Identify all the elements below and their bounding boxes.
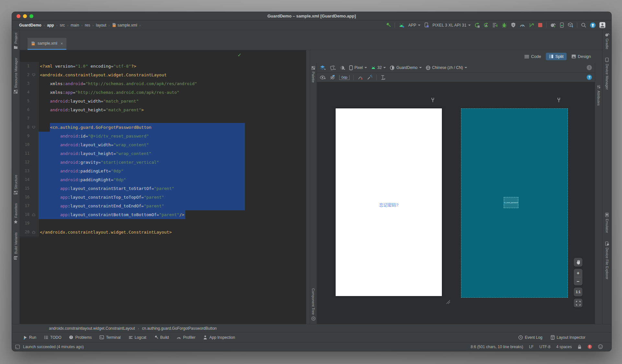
- issues-badge[interactable]: !: [587, 65, 592, 70]
- error-dot-icon[interactable]: [587, 344, 592, 349]
- wrench-icon[interactable]: [557, 97, 561, 103]
- inspection-ok-icon[interactable]: ✓: [237, 52, 242, 58]
- wrench-icon[interactable]: [431, 97, 435, 103]
- code-line-12[interactable]: 12 android:gravity="start|center_vertica…: [20, 158, 306, 167]
- close-window-button[interactable]: [17, 14, 20, 18]
- caret-position-widget[interactable]: 8:6 (501 chars, 10 line breaks): [471, 345, 523, 349]
- coverage-icon[interactable]: [492, 22, 498, 28]
- editor-gutter[interactable]: 7: [20, 114, 39, 123]
- layers-icon[interactable]: [320, 65, 326, 70]
- component-tree-tab[interactable]: Component Tree: [311, 288, 316, 321]
- editor-gutter[interactable]: 3: [20, 79, 39, 88]
- pack-icon[interactable]: [381, 75, 386, 80]
- tool-window-button-profiler[interactable]: Profiler: [177, 335, 195, 340]
- design-preview-screen[interactable]: 忘记密码?: [336, 108, 442, 296]
- smiley-icon[interactable]: [598, 344, 603, 349]
- editor-gutter[interactable]: 19: [20, 219, 39, 228]
- editor-gutter[interactable]: 13: [20, 167, 39, 175]
- default-margin-control[interactable]: 0dp: [339, 75, 350, 80]
- tool-window-button-layout-inspector[interactable]: Layout Inspector: [551, 335, 585, 340]
- dock-icon[interactable]: [15, 345, 20, 349]
- fold-marker-icon[interactable]: [29, 210, 38, 219]
- breadcrumb-item-guarddemo[interactable]: GuardDemo: [19, 23, 41, 28]
- code-line-16[interactable]: 16 app:layout_constraintTop_toTopOf="par…: [20, 193, 306, 202]
- profile-app-icon[interactable]: [529, 22, 534, 28]
- code-line-7[interactable]: 7: [20, 114, 306, 123]
- editor-gutter[interactable]: 4: [20, 88, 39, 97]
- night-mode-icon[interactable]: [340, 65, 345, 70]
- view-mode-split[interactable]: Split: [546, 53, 566, 60]
- tool-stripe-favorites[interactable]: Favorites: [14, 203, 18, 224]
- zoom-window-button[interactable]: [29, 14, 33, 18]
- fold-marker-icon[interactable]: [29, 123, 38, 132]
- lock-icon[interactable]: [578, 345, 582, 349]
- tool-window-button-todo[interactable]: TODO: [44, 335, 61, 340]
- tab-sample-xml[interactable]: <> sample.xml ×: [28, 38, 66, 50]
- blueprint-preview-screen[interactable]: tv_reset_password: [461, 108, 568, 298]
- editor-gutter[interactable]: 11: [20, 149, 39, 158]
- sdk-manager-icon[interactable]: [568, 22, 573, 28]
- code-line-3[interactable]: 3 xmlns:android="http://schemas.android.…: [20, 79, 306, 88]
- code-line-5[interactable]: 5 android:layout_width="match_parent": [20, 97, 306, 105]
- editor-gutter[interactable]: 1: [20, 62, 39, 71]
- code-line-13[interactable]: 13 android:paddingLeft="0dp": [20, 167, 306, 175]
- code-line-20[interactable]: 20</androidx.constraintlayout.widget.Con…: [20, 228, 306, 237]
- clear-constraints-icon[interactable]: [358, 75, 363, 80]
- code-line-10[interactable]: 10 android:layout_width="wrap_content": [20, 140, 306, 149]
- stop-icon[interactable]: [538, 23, 543, 28]
- tool-stripe-resource-manager[interactable]: Resource Manager: [14, 58, 18, 94]
- magnet-icon[interactable]: [330, 75, 335, 80]
- view-mode-code[interactable]: Code: [522, 53, 544, 60]
- code-line-1[interactable]: 1<?xml version="1.0" encoding="utf-8"?>: [20, 62, 306, 71]
- indent-widget[interactable]: 4 spaces: [556, 345, 572, 349]
- api-version-select[interactable]: 32: [371, 65, 386, 70]
- tool-stripe-build-variants[interactable]: Build Variants: [14, 232, 18, 260]
- debug-icon[interactable]: [501, 22, 507, 28]
- device-phone-icon[interactable]: [424, 22, 429, 28]
- eye-icon[interactable]: [320, 75, 326, 80]
- theme-select[interactable]: GuardDemo: [390, 65, 421, 70]
- code-line-2[interactable]: 2<androidx.constraintlayout.widget.Const…: [20, 71, 306, 79]
- zoom-out-button[interactable]: −: [574, 277, 582, 285]
- profiler-gauge-icon[interactable]: [520, 22, 525, 28]
- editor-gutter[interactable]: 18: [20, 210, 39, 219]
- minimize-window-button[interactable]: [23, 14, 27, 18]
- tool-stripe-device-file-explorer[interactable]: Device File Explorer: [605, 241, 609, 279]
- editor-gutter[interactable]: 2: [20, 71, 39, 79]
- editor-gutter[interactable]: 16: [20, 193, 39, 202]
- avatar-icon[interactable]: [599, 22, 605, 28]
- orientation-icon[interactable]: [330, 65, 336, 70]
- tool-stripe-project[interactable]: Project: [14, 33, 18, 49]
- tool-window-button-logcat[interactable]: Logcat: [129, 335, 146, 340]
- editor-gutter[interactable]: 5: [20, 97, 39, 105]
- preview-resize-handle[interactable]: [445, 299, 450, 304]
- blueprint-selected-component[interactable]: tv_reset_password: [504, 197, 518, 208]
- code-editor[interactable]: ✓ 1<?xml version="1.0" encoding="utf-8"?…: [20, 50, 306, 324]
- update-icon[interactable]: [590, 22, 596, 28]
- code-line-18[interactable]: 18 app:layout_constraintBottom_toBottomO…: [20, 210, 306, 219]
- zoom-one-to-one-button[interactable]: 1:1: [574, 288, 582, 296]
- fold-marker-icon[interactable]: [29, 228, 38, 237]
- editor-gutter[interactable]: 17: [20, 202, 39, 210]
- build-hammer-icon[interactable]: [386, 22, 391, 28]
- forgot-password-text[interactable]: 忘记密码?: [336, 202, 442, 208]
- line-separator-widget[interactable]: LF: [529, 345, 534, 349]
- code-line-19[interactable]: 19: [20, 219, 306, 228]
- editor-gutter[interactable]: 8: [20, 123, 39, 132]
- search-icon[interactable]: [581, 22, 586, 28]
- android-head-icon[interactable]: [398, 23, 405, 28]
- editor-gutter[interactable]: 14: [20, 175, 39, 184]
- breadcrumb-item-src[interactable]: src: [60, 23, 65, 28]
- run-configuration-select[interactable]: APP: [408, 23, 420, 28]
- attributes-tab[interactable]: Attributes: [597, 85, 601, 105]
- tool-stripe-gradle[interactable]: Gradle: [605, 33, 609, 49]
- apply-changes-icon[interactable]: A: [483, 22, 489, 28]
- rerun-icon[interactable]: [474, 22, 480, 28]
- editor-gutter[interactable]: 6: [20, 105, 39, 114]
- editor-gutter[interactable]: 9: [20, 132, 39, 140]
- design-canvas[interactable]: 忘记密码? tv_reset_password: [317, 82, 595, 324]
- gradle-sync-icon[interactable]: [550, 22, 556, 28]
- breadcrumb-item-res[interactable]: res: [85, 23, 90, 28]
- device-for-preview-select[interactable]: Pixel: [349, 65, 367, 70]
- device-manager-toolbar-icon[interactable]: [559, 22, 564, 28]
